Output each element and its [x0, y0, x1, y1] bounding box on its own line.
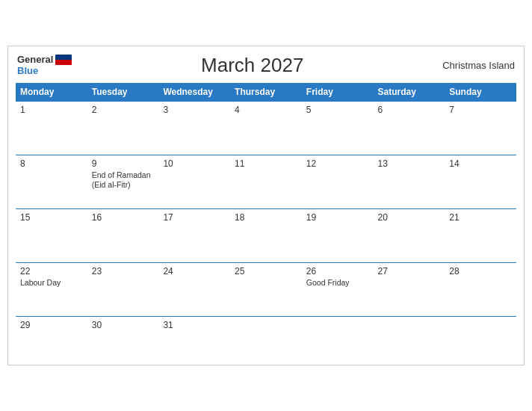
weekday-header: Saturday	[374, 83, 445, 102]
calendar-cell: 7	[445, 101, 516, 155]
day-number: 30	[92, 320, 155, 330]
calendar-container: General Blue March 2027 Christmas Island…	[7, 46, 525, 366]
day-number: 23	[92, 266, 155, 276]
weekday-header: Monday	[16, 83, 87, 102]
calendar-cell: 5	[302, 101, 374, 155]
weekday-header: Thursday	[230, 83, 302, 102]
calendar-cell: 9End of Ramadan (Eid al-Fitr)	[87, 155, 159, 208]
day-number: 31	[163, 320, 226, 330]
calendar-cell: 30	[87, 316, 159, 357]
day-number: 21	[449, 212, 512, 223]
calendar-grid: MondayTuesdayWednesdayThursdayFridaySatu…	[16, 83, 516, 358]
calendar-cell	[445, 316, 516, 357]
calendar-cell	[302, 316, 374, 357]
calendar-body: 123456789End of Ramadan (Eid al-Fitr)101…	[16, 101, 516, 357]
calendar-cell	[374, 316, 445, 357]
day-number: 19	[306, 212, 369, 223]
calendar-cell: 12	[302, 155, 374, 208]
day-number: 3	[163, 105, 226, 115]
day-number: 27	[378, 266, 441, 276]
calendar-cell: 25	[230, 262, 302, 316]
calendar-week-row: 293031	[16, 316, 516, 357]
day-number: 20	[378, 212, 441, 223]
calendar-cell: 4	[230, 101, 302, 155]
calendar-cell: 18	[230, 208, 302, 262]
day-number: 8	[20, 158, 83, 169]
calendar-cell: 28	[445, 262, 516, 316]
holiday-text: End of Ramadan (Eid al-Fitr)	[92, 170, 155, 191]
day-number: 10	[163, 158, 226, 169]
day-number: 16	[92, 212, 155, 223]
day-number: 29	[20, 320, 83, 330]
calendar-week-row: 15161718192021	[16, 208, 516, 262]
day-number: 6	[378, 105, 441, 115]
day-number: 26	[306, 266, 369, 276]
day-number: 5	[306, 105, 369, 115]
day-number: 2	[92, 105, 155, 115]
calendar-cell: 29	[16, 316, 87, 357]
calendar-title: March 2027	[72, 54, 433, 77]
day-number: 13	[378, 158, 441, 169]
calendar-cell: 8	[16, 155, 87, 208]
calendar-cell: 11	[230, 155, 302, 208]
calendar-cell: 22Labour Day	[16, 262, 87, 316]
logo-flag-icon	[55, 55, 72, 65]
weekday-header: Sunday	[445, 83, 516, 102]
day-number: 11	[235, 158, 297, 169]
calendar-cell: 10	[158, 155, 230, 208]
calendar-cell	[230, 316, 302, 357]
logo-blue-text: Blue	[17, 65, 38, 76]
calendar-cell: 16	[87, 208, 159, 262]
holiday-text: Labour Day	[20, 278, 83, 288]
calendar-cell: 1	[16, 101, 87, 155]
day-number: 9	[92, 158, 155, 169]
day-number: 1	[20, 105, 83, 115]
day-number: 28	[449, 266, 512, 276]
calendar-week-row: 22Labour Day23242526Good Friday2728	[16, 262, 516, 316]
calendar-cell: 19	[302, 208, 374, 262]
calendar-week-row: 89End of Ramadan (Eid al-Fitr)1011121314	[16, 155, 516, 208]
calendar-cell: 17	[158, 208, 230, 262]
day-number: 24	[163, 266, 226, 276]
day-number: 18	[235, 212, 297, 223]
day-number: 4	[235, 105, 297, 115]
logo-area: General Blue	[17, 54, 72, 76]
calendar-cell: 13	[374, 155, 445, 208]
day-number: 12	[306, 158, 369, 169]
calendar-cell: 24	[158, 262, 230, 316]
day-number: 22	[20, 266, 83, 276]
calendar-cell: 6	[374, 101, 445, 155]
weekday-header: Wednesday	[158, 83, 230, 102]
calendar-cell: 14	[445, 155, 516, 208]
calendar-cell: 21	[445, 208, 516, 262]
day-number: 7	[449, 105, 512, 115]
calendar-cell: 20	[374, 208, 445, 262]
calendar-subtitle: Christmas Island	[433, 60, 515, 71]
weekday-header-row: MondayTuesdayWednesdayThursdayFridaySatu…	[16, 83, 516, 102]
weekday-header: Tuesday	[87, 83, 159, 102]
weekday-header: Friday	[302, 83, 374, 102]
calendar-header: General Blue March 2027 Christmas Island	[16, 54, 516, 77]
day-number: 25	[235, 266, 297, 276]
day-number: 17	[163, 212, 226, 223]
logo-general-text: General	[17, 54, 53, 65]
calendar-cell: 23	[87, 262, 159, 316]
day-number: 15	[20, 212, 83, 223]
calendar-week-row: 1234567	[16, 101, 516, 155]
calendar-cell: 31	[158, 316, 230, 357]
calendar-cell: 3	[158, 101, 230, 155]
holiday-text: Good Friday	[306, 278, 369, 288]
calendar-cell: 15	[16, 208, 87, 262]
calendar-cell: 26Good Friday	[302, 262, 374, 316]
day-number: 14	[449, 158, 512, 169]
calendar-cell: 2	[87, 101, 159, 155]
calendar-cell: 27	[374, 262, 445, 316]
